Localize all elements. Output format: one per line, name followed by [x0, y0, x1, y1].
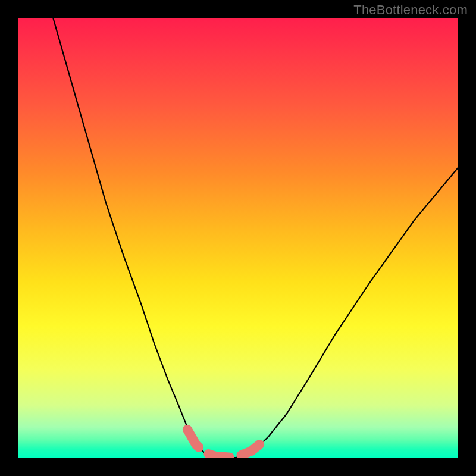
main-curve	[53, 18, 458, 458]
chart-frame: TheBottleneck.com	[0, 0, 476, 476]
chart-overlay	[18, 18, 458, 458]
plot-area	[18, 18, 458, 458]
watermark-text: TheBottleneck.com	[353, 2, 468, 18]
highlight-segment	[187, 430, 260, 458]
